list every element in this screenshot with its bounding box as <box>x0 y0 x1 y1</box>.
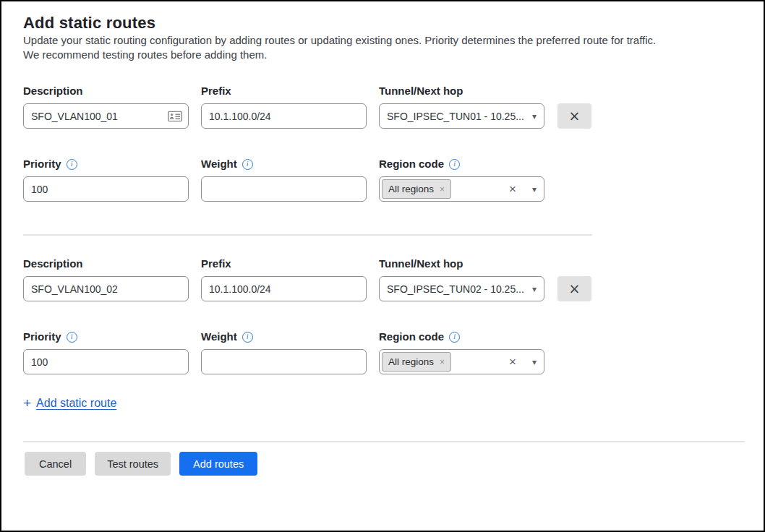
intro-text-line2: We recommend testing routes before addin… <box>23 48 740 62</box>
region-label: Region code i <box>379 330 544 343</box>
region-field-group-1: Region code i All regions × × ▾ <box>379 158 544 202</box>
description-input[interactable] <box>23 103 189 129</box>
region-multiselect[interactable]: All regions × × ▾ <box>379 176 544 202</box>
priority-input[interactable] <box>23 176 189 202</box>
add-static-route-label: Add static route <box>36 397 116 410</box>
tunnel-label: Tunnel/Next hop <box>379 257 544 270</box>
description-field-group-2: Description <box>23 257 189 301</box>
region-chip-label: All regions <box>388 184 434 194</box>
group-divider <box>23 234 592 236</box>
description-field-group-1: Description <box>23 85 189 129</box>
add-static-routes-dialog: Add static routes Update your static rou… <box>0 0 765 532</box>
page-title: Add static routes <box>23 13 740 33</box>
priority-field-group-1: Priority i <box>23 158 189 202</box>
chevron-down-icon: ▾ <box>532 184 537 194</box>
weight-field-group-1: Weight i <box>201 158 367 202</box>
remove-route-button[interactable]: × <box>557 276 591 301</box>
weight-label: Weight i <box>201 330 367 343</box>
tunnel-selected-value: SFO_IPSEC_TUN01 - 10.25... <box>387 111 526 122</box>
info-icon[interactable]: i <box>242 159 253 170</box>
footer-button-bar: Cancel Test routes Add routes <box>23 452 740 476</box>
priority-label: Priority i <box>23 330 189 343</box>
remove-route-button[interactable]: × <box>557 103 591 129</box>
prefix-input[interactable] <box>201 103 367 129</box>
weight-input[interactable] <box>201 349 367 374</box>
info-icon[interactable]: i <box>67 332 77 343</box>
route-group-1: Description <box>23 85 592 236</box>
intro-text-line1: Update your static routing configuration… <box>23 33 740 48</box>
tunnel-field-group-2: Tunnel/Next hop SFO_IPSEC_TUN02 - 10.25.… <box>379 257 544 301</box>
prefix-label: Prefix <box>201 257 367 270</box>
chevron-down-icon: ▾ <box>532 111 537 121</box>
chevron-down-icon: ▾ <box>532 357 537 367</box>
clear-selection-icon[interactable]: × <box>509 183 516 195</box>
route-group-2: Description Prefix Tunnel/Next hop SFO_I <box>23 257 592 374</box>
weight-input[interactable] <box>201 176 367 202</box>
prefix-field-group-2: Prefix <box>201 257 367 301</box>
info-icon[interactable]: i <box>67 159 77 170</box>
info-icon[interactable]: i <box>242 332 253 343</box>
plus-icon: + <box>23 396 31 410</box>
region-label: Region code i <box>379 158 544 171</box>
description-label: Description <box>23 85 189 98</box>
prefix-field-group-1: Prefix <box>201 85 367 129</box>
tunnel-selected-value: SFO_IPSEC_TUN02 - 10.25... <box>387 283 526 295</box>
prefix-input[interactable] <box>201 276 367 301</box>
clear-selection-icon[interactable]: × <box>509 356 516 368</box>
region-chip-label: All regions <box>388 356 434 367</box>
description-label: Description <box>23 257 189 270</box>
weight-label: Weight i <box>201 158 367 171</box>
test-routes-button[interactable]: Test routes <box>95 452 171 476</box>
info-icon[interactable]: i <box>449 332 460 343</box>
chip-remove-icon[interactable]: × <box>440 357 445 367</box>
tunnel-select[interactable]: SFO_IPSEC_TUN02 - 10.25... ▾ <box>379 276 544 301</box>
description-input[interactable] <box>23 276 189 301</box>
add-static-route-link[interactable]: + Add static route <box>23 396 116 410</box>
priority-label: Priority i <box>23 158 189 171</box>
region-multiselect[interactable]: All regions × × ▾ <box>379 349 544 374</box>
tunnel-field-group-1: Tunnel/Next hop SFO_IPSEC_TUN01 - 10.25.… <box>379 85 544 129</box>
region-chip: All regions × <box>382 352 451 372</box>
add-routes-button[interactable]: Add routes <box>179 452 257 476</box>
close-icon: × <box>569 109 581 123</box>
info-icon[interactable]: i <box>449 159 460 170</box>
tunnel-label: Tunnel/Next hop <box>379 85 544 98</box>
chevron-down-icon: ▾ <box>532 284 537 294</box>
chip-remove-icon[interactable]: × <box>440 184 445 194</box>
close-icon: × <box>569 282 581 296</box>
cancel-button[interactable]: Cancel <box>25 452 86 476</box>
weight-field-group-2: Weight i <box>201 330 367 374</box>
tunnel-select[interactable]: SFO_IPSEC_TUN01 - 10.25... ▾ <box>379 103 544 129</box>
contact-card-autofill-icon[interactable] <box>168 111 182 121</box>
footer-divider <box>23 441 745 442</box>
region-field-group-2: Region code i All regions × × ▾ <box>379 330 544 374</box>
region-chip: All regions × <box>382 179 451 199</box>
priority-field-group-2: Priority i <box>23 330 189 374</box>
priority-input[interactable] <box>23 349 189 374</box>
prefix-label: Prefix <box>201 85 367 98</box>
